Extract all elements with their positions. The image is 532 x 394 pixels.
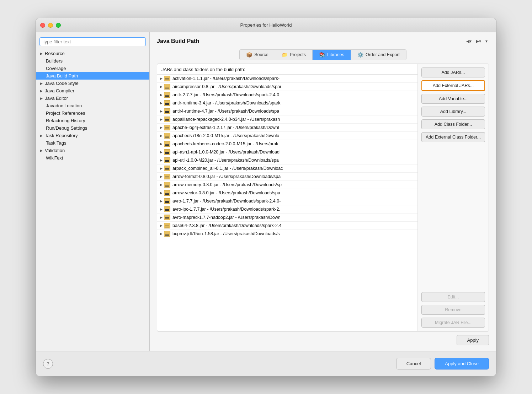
add-external-class-folder-button[interactable]: Add External Class Folder... — [421, 132, 485, 142]
add-class-folder-button[interactable]: Add Class Folder... — [421, 119, 485, 129]
cancel-button[interactable]: Cancel — [396, 358, 431, 369]
jar-entry[interactable]: ▶antlr-2.7.7.jar - /Users/prakash/Downlo… — [157, 91, 417, 99]
sidebar-item-validation[interactable]: ▶Validation — [36, 147, 149, 154]
add-external-jars-button[interactable]: Add External JARs... — [421, 80, 485, 91]
sidebar-item-project-references[interactable]: Project References — [36, 109, 149, 117]
jar-file-icon — [164, 166, 170, 171]
tab-label-libraries: Libraries — [327, 52, 344, 57]
jar-entry[interactable]: ▶apache-log4j-extras-1.2.17.jar - /Users… — [157, 124, 417, 132]
jar-entry[interactable]: ▶apacheds-i18n-2.0.0-M15.jar - /Users/pr… — [157, 132, 417, 140]
nav-arrows: ◀▾ ▶▾ ▾ — [465, 38, 489, 44]
jar-expand-icon: ▶ — [160, 142, 163, 146]
tab-order-export[interactable]: ⚙️Order and Export — [351, 50, 406, 60]
jar-entry[interactable]: ▶aopalliance-repackaged-2.4.0-b34.jar - … — [157, 115, 417, 124]
sidebar-item-wikitext[interactable]: WikiText — [36, 154, 149, 162]
jar-entry[interactable]: ▶arrow-vector-0.8.0.jar - /Users/prakash… — [157, 189, 417, 197]
jar-entry[interactable]: ▶antlr-runtime-3.4.jar - /Users/prakash/… — [157, 99, 417, 107]
window-title: Properties for HelloWorld — [240, 22, 292, 28]
sidebar-item-label: Java Compiler — [45, 88, 74, 93]
tab-projects[interactable]: 📁Projects — [275, 50, 313, 60]
jar-expand-icon: ▶ — [160, 77, 163, 80]
apply-button[interactable]: Apply — [457, 335, 489, 345]
add-variable-button[interactable]: Add Variable... — [421, 94, 485, 104]
sidebar-item-task-repository[interactable]: ▶Task Repository — [36, 132, 149, 139]
sidebar-item-resource[interactable]: ▶Resource — [36, 50, 149, 57]
jar-entry[interactable]: ▶activation-1.1.1.jar - /Users/prakash/D… — [157, 75, 417, 83]
traffic-lights — [40, 23, 61, 28]
sidebar-item-java-code-style[interactable]: ▶Java Code Style — [36, 80, 149, 87]
jar-entry[interactable]: ▶arrow-format-0.8.0.jar - /Users/prakash… — [157, 173, 417, 181]
sidebar-item-java-editor[interactable]: ▶Java Editor — [36, 95, 149, 102]
maximize-button[interactable] — [56, 23, 61, 28]
nav-forward-button[interactable]: ▶▾ — [474, 38, 483, 44]
jar-expand-icon: ▶ — [160, 183, 163, 187]
jar-file-icon — [164, 157, 170, 163]
jar-file-icon — [164, 198, 170, 204]
nav-back-button[interactable]: ◀▾ — [465, 38, 473, 44]
jar-name: aopalliance-repackaged-2.4.0-b34.jar - /… — [172, 117, 280, 122]
jar-list-header: JARs and class folders on the build path… — [157, 64, 417, 75]
jar-entry[interactable]: ▶antlr4-runtime-4.7.jar - /Users/prakash… — [157, 107, 417, 115]
sidebar-item-label: Run/Debug Settings — [46, 125, 87, 131]
jar-entry[interactable]: ▶avro-mapred-1.7.7-hadoop2.jar - /Users/… — [157, 214, 417, 222]
jar-name: avro-ipc-1.7.7.jar - /Users/prakash/Down… — [172, 207, 280, 212]
sidebar-item-label: Task Tags — [46, 140, 66, 146]
tab-source[interactable]: 📦Source — [240, 50, 275, 60]
jar-name: aircompressor-0.8.jar - /Users/prakash/D… — [172, 84, 281, 89]
jar-expand-icon: ▶ — [160, 150, 163, 154]
sidebar-item-refactoring-history[interactable]: Refactoring History — [36, 117, 149, 124]
jar-expand-icon: ▶ — [160, 134, 163, 137]
jar-name: base64-2.3.8.jar - /Users/prakash/Downlo… — [172, 223, 281, 228]
jar-name: arpack_combined_all-0.1.jar - /Users/pra… — [172, 166, 283, 171]
sidebar-item-label: Java Build Path — [46, 73, 78, 79]
jar-name: avro-mapred-1.7.7-hadoop2.jar - /Users/p… — [172, 215, 281, 220]
jar-expand-icon: ▶ — [160, 199, 163, 203]
jar-entry[interactable]: ▶avro-ipc-1.7.7.jar - /Users/prakash/Dow… — [157, 205, 417, 214]
jar-entry[interactable]: ▶base64-2.3.8.jar - /Users/prakash/Downl… — [157, 222, 417, 230]
content-area: Java Build Path ◀▾ ▶▾ ▾ 📦Source📁Projects… — [150, 32, 496, 351]
jar-entry[interactable]: ▶bcprov-jdk15on-1.58.jar - /Users/prakas… — [157, 230, 417, 238]
sidebar-item-label: Project References — [46, 110, 85, 116]
jar-expand-icon: ▶ — [160, 118, 163, 121]
jar-expand-icon: ▶ — [160, 109, 163, 113]
sidebar-item-builders[interactable]: Builders — [36, 57, 149, 65]
jar-file-icon — [164, 206, 170, 212]
jar-file-icon — [164, 231, 170, 237]
jar-name: api-asn1-api-1.0.0-M20.jar - /Users/prak… — [172, 150, 280, 155]
jar-name: avro-1.7.7.jar - /Users/prakash/Download… — [172, 199, 281, 204]
apply-close-button[interactable]: Apply and Close — [435, 358, 489, 369]
tab-label-projects: Projects — [290, 52, 306, 57]
bottom-bar: ? Cancel Apply and Close — [36, 351, 496, 376]
sidebar-item-coverage[interactable]: Coverage — [36, 65, 149, 72]
tabs-container: 📦Source📁Projects📚Libraries⚙️Order and Ex… — [239, 49, 406, 60]
add-jars-button[interactable]: Add JARs... — [421, 68, 485, 77]
expand-arrow-icon: ▶ — [40, 89, 43, 93]
close-button[interactable] — [40, 23, 45, 28]
sidebar-item-task-tags[interactable]: Task Tags — [36, 139, 149, 147]
jar-entry[interactable]: ▶apacheds-kerberos-codec-2.0.0-M15.jar -… — [157, 140, 417, 148]
jar-entry[interactable]: ▶api-asn1-api-1.0.0-M20.jar - /Users/pra… — [157, 148, 417, 156]
sidebar-item-javadoc-location[interactable]: Javadoc Location — [36, 102, 149, 109]
sidebar-item-label: Task Repository — [45, 133, 78, 138]
sidebar-item-java-compiler[interactable]: ▶Java Compiler — [36, 87, 149, 95]
minimize-button[interactable] — [48, 23, 53, 28]
jar-expand-icon: ▶ — [160, 167, 163, 170]
sidebar-item-label: Refactoring History — [46, 118, 85, 123]
sidebar-item-run-debug-settings[interactable]: Run/Debug Settings — [36, 124, 149, 132]
sidebar-item-label: Validation — [45, 148, 65, 153]
footer-apply: Apply — [157, 331, 489, 345]
jar-file-icon — [164, 174, 170, 179]
help-button[interactable]: ? — [43, 359, 53, 369]
jar-entry[interactable]: ▶api-util-1.0.0-M20.jar - /Users/prakash… — [157, 156, 417, 164]
main-window: Properties for HelloWorld ▶ResourceBuild… — [36, 18, 496, 376]
sidebar-item-java-build-path[interactable]: Java Build Path — [36, 72, 149, 80]
jar-entry[interactable]: ▶arrow-memory-0.8.0.jar - /Users/prakash… — [157, 181, 417, 189]
jar-entry[interactable]: ▶avro-1.7.7.jar - /Users/prakash/Downloa… — [157, 197, 417, 205]
add-library-button[interactable]: Add Library... — [421, 107, 485, 117]
jar-entry[interactable]: ▶aircompressor-0.8.jar - /Users/prakash/… — [157, 83, 417, 91]
jar-list-area: JARs and class folders on the build path… — [157, 64, 417, 331]
tab-libraries[interactable]: 📚Libraries — [313, 50, 351, 60]
jar-entry[interactable]: ▶arpack_combined_all-0.1.jar - /Users/pr… — [157, 164, 417, 173]
search-input[interactable] — [39, 37, 146, 46]
nav-menu-button[interactable]: ▾ — [484, 38, 489, 44]
